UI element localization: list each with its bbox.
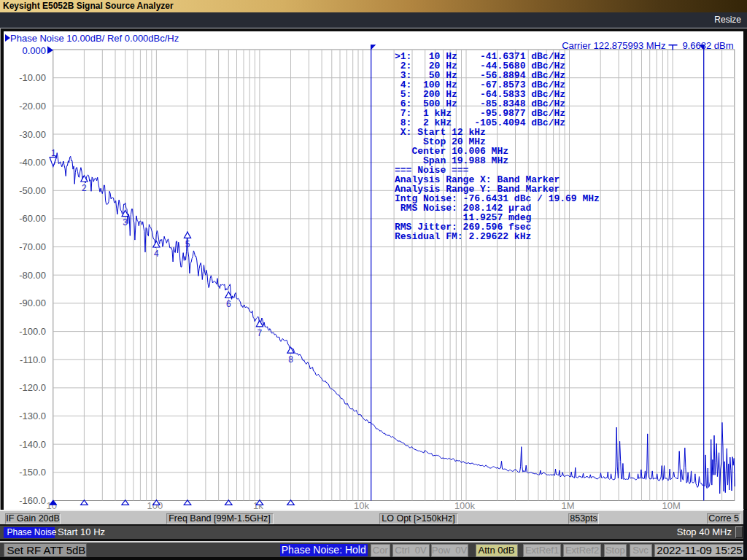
svg-text:100k: 100k: [454, 499, 475, 510]
svg-text:Phase Noise 10.00dB/ Ref 0.000: Phase Noise 10.00dB/ Ref 0.000dBc/Hz: [10, 33, 179, 44]
svg-text:6: 6: [225, 299, 231, 309]
svg-text:-100.0: -100.0: [19, 326, 46, 337]
svg-text:-120.0: -120.0: [19, 382, 46, 393]
svg-text:-30.00: -30.00: [19, 128, 46, 139]
svg-text:-40.00: -40.00: [19, 157, 46, 168]
svg-text:-80.00: -80.00: [19, 269, 46, 280]
svg-text:4: 4: [154, 248, 159, 258]
svg-text:10M: 10M: [662, 499, 680, 510]
svg-text:-70.00: -70.00: [19, 241, 46, 252]
svg-text:5: 5: [185, 239, 190, 249]
svg-text:-60.00: -60.00: [19, 213, 46, 224]
svg-text:0.000: 0.000: [22, 44, 46, 55]
svg-text:-10.00: -10.00: [19, 72, 46, 83]
svg-text:-130.0: -130.0: [19, 411, 46, 421]
svg-text:Residual FM: 2.29622 kHz: Residual FM: 2.29622 kHz: [395, 230, 531, 241]
svg-text:-160.0: -160.0: [19, 495, 46, 506]
svg-text:10k: 10k: [354, 499, 369, 510]
svg-text:-90.00: -90.00: [19, 298, 46, 308]
svg-text:-20.00: -20.00: [19, 100, 46, 111]
svg-text:Carrier 122.875993 MHz: Carrier 122.875993 MHz: [562, 40, 665, 51]
svg-text:9.6682 dBm: 9.6682 dBm: [682, 40, 733, 51]
svg-text:8: 8: [288, 354, 293, 365]
svg-text:1M: 1M: [561, 499, 574, 510]
svg-text:3: 3: [123, 217, 128, 228]
svg-text:-150.0: -150.0: [19, 467, 46, 478]
svg-text:-140.0: -140.0: [19, 438, 46, 449]
svg-text:-50.00: -50.00: [19, 184, 46, 195]
svg-text:2: 2: [82, 182, 87, 192]
svg-text:-110.0: -110.0: [20, 354, 46, 365]
svg-text:1: 1: [50, 147, 55, 158]
svg-text:7: 7: [257, 327, 262, 338]
